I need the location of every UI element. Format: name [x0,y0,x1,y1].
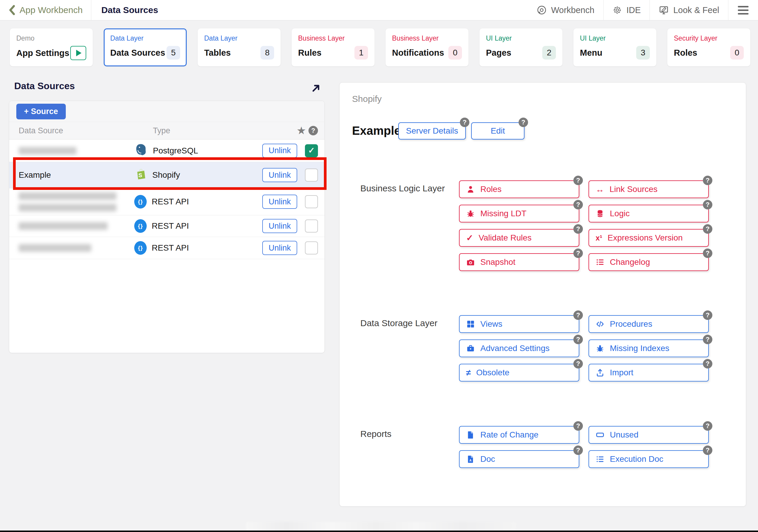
check-icon: ✓ [308,147,315,155]
card-name-label: Rules [298,48,322,58]
card-app-settings[interactable]: Demo App Settings [10,28,93,66]
top-bar: App Workbench Data Sources Workbench IDE [0,0,758,20]
changelog-button[interactable]: Changelog ? [589,253,709,271]
card-roles[interactable]: Security Layer Roles 0 [667,28,750,66]
card-layer-label: Data Layer [204,34,274,42]
help-badge[interactable]: ? [703,446,712,455]
table-row[interactable]: {} REST API Unlink [9,237,325,259]
hamburger-menu-icon[interactable] [728,0,758,20]
row-checkbox-checked[interactable]: ✓ [305,144,318,157]
source-type-label: Shopify [152,170,180,180]
card-data-sources[interactable]: Data Layer Data Sources 5 [104,28,187,66]
help-badge[interactable]: ? [460,117,469,127]
unlink-button[interactable]: Unlink [262,241,297,255]
help-badge[interactable]: ? [703,359,712,369]
help-badge[interactable]: ? [573,311,583,320]
section-label: Reports [360,429,392,439]
add-source-button[interactable]: + Source [16,104,66,119]
obsolete-button[interactable]: ≠ Obsolete ? [459,364,579,382]
help-badge[interactable]: ? [573,335,583,344]
data-sources-table: + Source Data Source Type ★ ? PostgreSQL… [9,101,325,353]
nav-workbench[interactable]: Workbench [528,0,603,20]
edit-label: Edit [491,126,505,136]
row-checkbox-unchecked[interactable] [305,195,318,208]
help-badge[interactable]: ? [703,224,712,234]
layer-cards-row: Demo App Settings Data Layer Data Source… [10,28,750,66]
table-row-selected[interactable]: Example S Shopify Unlink [9,162,325,188]
views-button[interactable]: Views ? [459,315,579,333]
table-row[interactable]: {} REST API Unlink [9,188,325,216]
screen-bottom-edge [0,531,758,532]
help-icon[interactable]: ? [308,126,318,135]
rate-of-change-button[interactable]: Rate of Change ? [459,426,579,444]
redacted-text [19,222,108,230]
chevron-left-icon [8,5,16,15]
run-app-button[interactable] [70,46,86,60]
expressions-version-button[interactable]: x¹ Expressions Version ? [589,229,709,247]
help-badge[interactable]: ? [573,224,583,234]
card-notifications[interactable]: Business Layer Notifications 0 [386,28,468,66]
advanced-settings-button[interactable]: Advanced Settings ? [459,340,579,357]
edit-button[interactable]: Edit ? [471,122,525,140]
help-badge[interactable]: ? [573,249,583,258]
section-label: Business Logic Layer [360,183,445,193]
card-name-label: Notifications [392,48,444,58]
card-layer-label: Demo [16,34,86,42]
help-badge[interactable]: ? [703,421,712,431]
server-details-button[interactable]: Server Details ? [398,122,466,140]
count-badge: 0 [730,46,744,59]
help-badge[interactable]: ? [703,311,712,320]
validate-rules-button[interactable]: ✓ Validate Rules ? [459,229,579,247]
help-badge[interactable]: ? [573,176,583,185]
unlink-button[interactable]: Unlink [262,144,297,158]
import-button[interactable]: Import ? [589,364,709,382]
table-header-row: Data Source Type ★ ? [9,122,325,140]
help-badge[interactable]: ? [703,200,712,210]
unlink-button[interactable]: Unlink [262,195,297,209]
column-header-data-source: Data Source [9,126,134,135]
snapshot-button[interactable]: Snapshot ? [459,253,579,271]
missing-ldt-button[interactable]: Missing LDT ? [459,205,579,222]
card-name-label: Menu [580,48,603,58]
nav-look-and-feel[interactable]: Look & Feel [649,0,728,20]
doc-button[interactable]: A Doc ? [459,450,579,468]
star-icon[interactable]: ★ [296,125,306,136]
roles-button[interactable]: Roles ? [459,181,579,198]
help-badge[interactable]: ? [573,200,583,210]
count-badge: 8 [260,46,274,59]
help-badge[interactable]: ? [703,249,712,258]
user-icon [466,185,475,194]
card-menu[interactable]: UI Layer Menu 3 [573,28,656,66]
help-badge[interactable]: ? [573,421,583,431]
help-badge[interactable]: ? [703,176,712,185]
camera-icon [466,258,475,267]
procedures-button[interactable]: Procedures ? [589,315,709,333]
nav-ide[interactable]: IDE [603,0,649,20]
expand-arrow-icon[interactable] [311,83,321,95]
rest-api-icon: {} [134,195,147,209]
help-badge[interactable]: ? [519,117,528,127]
unlink-button[interactable]: Unlink [262,219,297,233]
missing-indexes-button[interactable]: Missing Indexes ? [589,340,709,357]
help-badge[interactable]: ? [573,359,583,369]
table-row[interactable]: {} REST API Unlink [9,216,325,237]
help-badge[interactable]: ? [703,335,712,344]
card-layer-label: Business Layer [298,34,368,42]
card-tables[interactable]: Data Layer Tables 8 [198,28,281,66]
card-layer-label: UI Layer [580,34,650,42]
table-row[interactable]: PostgreSQL Unlink ✓ [9,140,325,162]
card-pages[interactable]: UI Layer Pages 2 [479,28,563,66]
card-rules[interactable]: Business Layer Rules 1 [292,28,375,66]
help-badge[interactable]: ? [573,446,583,455]
database-icon [596,209,604,218]
row-checkbox-unchecked[interactable] [305,219,318,233]
execution-doc-button[interactable]: Execution Doc ? [589,450,709,468]
code-icon [596,319,604,328]
back-to-app-workbench[interactable]: App Workbench [0,0,91,20]
row-checkbox-unchecked[interactable] [305,242,318,254]
row-checkbox-unchecked[interactable] [305,169,318,182]
unused-button[interactable]: Unused ? [589,426,709,444]
unlink-button[interactable]: Unlink [262,168,297,182]
logic-button[interactable]: Logic ? [589,205,709,222]
link-sources-button[interactable]: ↔ Link Sources ? [589,181,709,198]
